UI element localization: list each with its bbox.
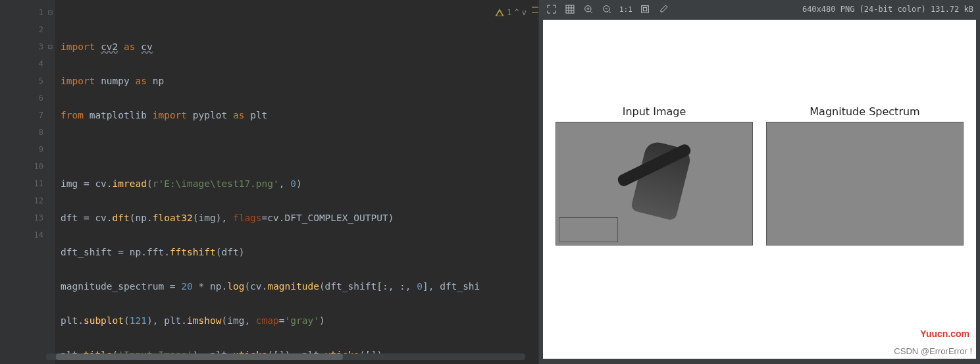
plot-image bbox=[766, 122, 964, 246]
watermark: Yuucn.com bbox=[920, 328, 969, 339]
line-number: 1 bbox=[4, 4, 43, 21]
caret-down-icon: v bbox=[522, 4, 527, 21]
line-number: 13 bbox=[4, 209, 43, 226]
fit-icon[interactable] bbox=[639, 3, 651, 15]
viewer-canvas[interactable]: Input Image Magnitude Spectrum Yuucn.com… bbox=[543, 20, 976, 359]
svg-rect-3 bbox=[642, 6, 649, 13]
image-viewer-pane: 1:1 640x480 PNG (24-bit color) 131.72 kB… bbox=[538, 0, 980, 364]
warning-count: 1 bbox=[507, 4, 511, 21]
plot-title: Magnitude Spectrum bbox=[810, 105, 919, 118]
line-number: 7 bbox=[4, 107, 43, 124]
fullscreen-icon[interactable] bbox=[546, 3, 557, 15]
line-number: 2 bbox=[4, 21, 43, 38]
fold-icon[interactable]: ⊟ bbox=[46, 4, 53, 21]
error-stripe[interactable] bbox=[529, 0, 538, 364]
caret-up-icon: ^ bbox=[515, 4, 519, 21]
svg-rect-4 bbox=[643, 7, 646, 11]
plot-magnitude-spectrum: Magnitude Spectrum bbox=[766, 105, 964, 246]
line-number: 14 bbox=[4, 226, 43, 244]
watermark: CSDN @ErrorError ! bbox=[894, 346, 972, 356]
grid-icon[interactable] bbox=[564, 3, 576, 15]
line-number: 8 bbox=[4, 124, 43, 141]
code-text-area[interactable]: 1 ^ v import cv2 as cv import numpy as n… bbox=[55, 0, 538, 364]
svg-rect-0 bbox=[566, 5, 574, 13]
zoom-in-icon[interactable] bbox=[582, 3, 594, 15]
image-info-label: 640x480 PNG (24-bit color) 131.72 kB bbox=[802, 5, 973, 14]
line-number: 4 bbox=[4, 55, 43, 72]
horizontal-scrollbar[interactable] bbox=[46, 353, 525, 360]
line-number: 5 bbox=[4, 72, 43, 90]
viewer-toolbar: 1:1 640x480 PNG (24-bit color) 131.72 kB bbox=[539, 0, 980, 18]
inspection-widget[interactable]: 1 ^ v bbox=[495, 4, 527, 21]
line-number: 6 bbox=[4, 90, 43, 107]
plot-image bbox=[555, 122, 753, 246]
code-editor-pane: ⊟ ⊟ 1 2 3 4 5 6 7 8 9 10 11 12 13 14 bbox=[0, 0, 538, 364]
line-number: 11 bbox=[4, 175, 43, 192]
line-number-gutter: ⊟ ⊟ 1 2 3 4 5 6 7 8 9 10 11 12 13 14 bbox=[0, 0, 55, 364]
plot-title: Input Image bbox=[623, 105, 686, 118]
zoom-out-icon[interactable] bbox=[601, 3, 613, 15]
plot-input-image: Input Image bbox=[555, 105, 753, 246]
scrollbar-thumb[interactable] bbox=[56, 353, 344, 360]
line-number: 9 bbox=[4, 141, 43, 158]
color-picker-icon[interactable] bbox=[658, 3, 669, 15]
line-number: 3 bbox=[4, 38, 43, 55]
fold-icon[interactable]: ⊟ bbox=[46, 38, 53, 55]
line-number: 10 bbox=[4, 158, 43, 175]
warning-icon bbox=[495, 8, 504, 17]
line-number: 12 bbox=[4, 192, 43, 209]
zoom-scale-label: 1:1 bbox=[619, 5, 632, 14]
